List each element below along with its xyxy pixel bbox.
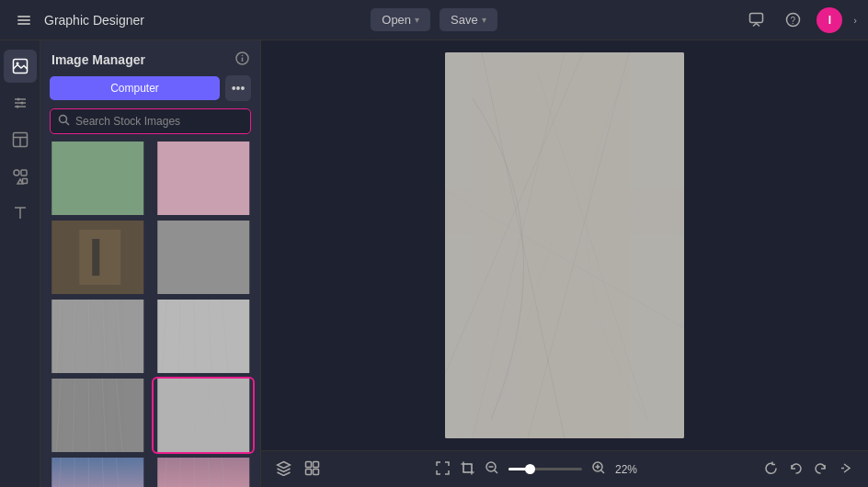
- svg-rect-58: [51, 458, 143, 487]
- icon-sidebar: [0, 40, 40, 487]
- svg-rect-20: [22, 179, 27, 184]
- thumbnail-0-0[interactable]: [48, 142, 148, 215]
- open-arrow-icon: ▾: [415, 15, 419, 25]
- zoom-slider[interactable]: [508, 468, 582, 470]
- app-title: Graphic Designer: [44, 13, 144, 28]
- canvas-image: [445, 52, 684, 438]
- svg-line-108: [601, 470, 605, 474]
- zoom-out-icon[interactable]: [485, 460, 499, 478]
- open-button[interactable]: Open ▾: [371, 8, 430, 31]
- canvas-area: 22%: [261, 40, 868, 487]
- svg-line-27: [66, 122, 70, 126]
- thumbnail-2-1[interactable]: [154, 300, 254, 373]
- layers-icon[interactable]: [276, 460, 291, 479]
- bottom-bar: 22%: [261, 450, 868, 487]
- sidebar-item-elements[interactable]: [4, 160, 37, 193]
- topbar-right: ? I ›: [497, 7, 857, 33]
- svg-point-13: [16, 106, 18, 108]
- canvas-viewport: [261, 40, 868, 450]
- image-row-2: [48, 300, 253, 373]
- svg-rect-40: [157, 300, 249, 373]
- image-row-3: [48, 379, 253, 452]
- fit-screen-icon[interactable]: [435, 460, 451, 479]
- thumbnail-4-0[interactable]: [48, 458, 148, 487]
- svg-rect-34: [51, 300, 143, 373]
- bottom-right-controls: [763, 460, 853, 479]
- image-grid: [40, 142, 260, 487]
- image-panel: Image Manager Computer •••: [40, 40, 261, 487]
- help-icon[interactable]: ?: [780, 7, 805, 33]
- search-bar[interactable]: [50, 108, 251, 134]
- bottom-left-controls: [276, 460, 320, 479]
- svg-rect-101: [306, 469, 312, 474]
- svg-line-105: [495, 470, 498, 474]
- sidebar-item-adjustments[interactable]: [4, 86, 37, 119]
- zoom-percent: 22%: [615, 463, 648, 476]
- thumbnail-1-0[interactable]: [48, 221, 148, 294]
- thumbnail-2-0[interactable]: [48, 300, 148, 373]
- computer-button[interactable]: Computer: [50, 76, 220, 100]
- topbar-left: Graphic Designer: [11, 7, 371, 33]
- svg-rect-2: [17, 23, 30, 25]
- thumbnail-4-1[interactable]: [154, 458, 254, 487]
- image-row-4: [48, 458, 253, 487]
- svg-rect-0: [17, 16, 30, 17]
- save-arrow-icon: ▾: [482, 15, 486, 25]
- info-icon[interactable]: [235, 51, 249, 68]
- image-row-0: [48, 142, 253, 215]
- grid-icon[interactable]: [304, 460, 320, 479]
- search-input[interactable]: [75, 115, 243, 128]
- topbar-chevron-icon[interactable]: ›: [853, 15, 857, 26]
- image-row-1: [48, 221, 253, 294]
- panel-header: Image Manager: [40, 40, 260, 75]
- main-content: Image Manager Computer •••: [0, 40, 868, 487]
- sidebar-item-text[interactable]: [4, 197, 37, 230]
- svg-rect-46: [51, 379, 143, 452]
- thumbnail-0-1[interactable]: [154, 142, 254, 215]
- comment-icon[interactable]: [743, 7, 769, 33]
- search-icon: [58, 114, 70, 129]
- panel-actions: Computer •••: [40, 75, 260, 108]
- panel-title: Image Manager: [51, 52, 145, 67]
- svg-rect-29: [157, 142, 249, 215]
- svg-rect-64: [157, 458, 249, 487]
- rotate-icon[interactable]: [763, 460, 779, 479]
- svg-rect-18: [21, 170, 27, 176]
- svg-rect-1: [17, 19, 30, 21]
- sidebar-item-layout[interactable]: [4, 123, 37, 156]
- svg-rect-99: [306, 461, 312, 467]
- svg-rect-3: [749, 14, 762, 23]
- svg-point-25: [242, 55, 244, 57]
- svg-rect-31: [79, 230, 120, 285]
- topbar-center: Open ▾ Save ▾: [371, 8, 497, 31]
- bottom-center-controls: 22%: [435, 460, 648, 479]
- avatar[interactable]: I: [817, 7, 842, 33]
- thumbnail-3-0[interactable]: [48, 379, 148, 452]
- svg-rect-52: [157, 379, 249, 452]
- thumbnail-3-1[interactable]: [154, 379, 254, 452]
- svg-marker-98: [278, 461, 291, 468]
- svg-rect-33: [157, 221, 249, 294]
- thumbnail-1-1[interactable]: [154, 221, 254, 294]
- svg-rect-102: [314, 469, 319, 474]
- crop-icon[interactable]: [460, 460, 475, 479]
- undo-icon[interactable]: [788, 460, 804, 479]
- menu-icon[interactable]: [11, 7, 37, 33]
- svg-rect-32: [92, 239, 99, 276]
- more-options-button[interactable]: •••: [225, 75, 251, 101]
- forward-icon[interactable]: [838, 460, 853, 479]
- svg-point-26: [60, 116, 67, 123]
- sidebar-item-images[interactable]: [4, 50, 37, 83]
- zoom-in-icon[interactable]: [591, 460, 606, 478]
- svg-point-12: [20, 102, 23, 105]
- topbar: Graphic Designer Open ▾ Save ▾ ? I ›: [0, 0, 868, 40]
- svg-rect-100: [314, 461, 319, 467]
- svg-point-17: [14, 170, 19, 176]
- svg-text:?: ?: [790, 16, 795, 26]
- svg-rect-103: [463, 464, 472, 472]
- redo-icon[interactable]: [813, 460, 828, 479]
- save-button[interactable]: Save ▾: [440, 8, 497, 31]
- svg-rect-28: [51, 142, 143, 215]
- svg-point-11: [17, 98, 19, 101]
